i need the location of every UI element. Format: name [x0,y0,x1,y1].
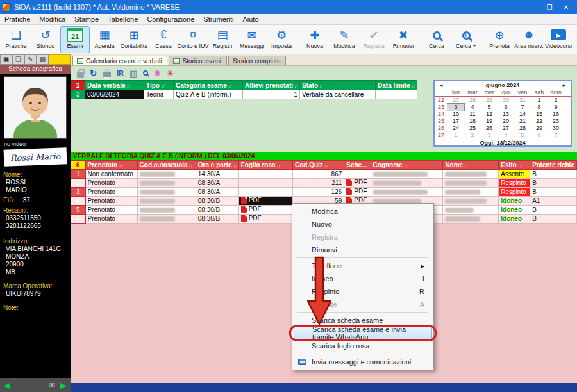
cell-esito[interactable]: Idoneo [499,206,530,215]
calendar-day[interactable]: 6 [531,132,548,139]
cell-prenotato[interactable]: Prenotato [85,188,137,197]
toolbar-button-modifica[interactable]: ✎ Modifica [330,26,359,53]
column-header-allievi[interactable]: Allievi prenotati↓↑ [243,81,300,90]
toolbar-button-messaggi[interactable]: ✉ Messaggi [237,26,267,53]
context-menu-item-modifica[interactable]: Modifica [294,205,432,218]
calendar-prev-icon[interactable]: ◄ [439,83,444,88]
grid-icon[interactable]: ▤ [37,54,49,65]
toolbar-button-nuova[interactable]: ✚ Nuova [300,26,330,53]
cell-prenotato[interactable]: Prenotato [85,197,137,206]
toolbar-button-registri[interactable]: ▤ Registri [208,26,237,53]
sort-icon[interactable]: ↓↑ [412,84,415,88]
calendar-day[interactable]: 5 [514,132,531,139]
calendar-day[interactable]: 5 [481,104,498,111]
calendar-day[interactable]: 28 [514,125,531,132]
cell-patente[interactable]: B [530,179,577,188]
sort-icon[interactable]: ↓↑ [119,163,122,168]
calendar-day[interactable]: 19 [481,118,498,125]
context-menu-item-tabellone[interactable]: Tabellone▸ [294,259,432,272]
cell-prenotato[interactable]: Prenotato [85,179,137,188]
calendar-day[interactable]: 21 [514,118,531,125]
tab-storico-esami[interactable]: Storico esami [169,56,227,65]
column-header-prenotato[interactable]: Prenotato↓↑ [85,161,137,170]
toolbar-button-esami[interactable]: 21 Esami [60,26,90,53]
cell-nome[interactable] [443,197,499,206]
cell-nome[interactable] [443,215,499,224]
column-header-stato[interactable]: Stato↓↑ [300,81,376,90]
calendar-day[interactable]: 13 [498,111,514,118]
cell-scheda[interactable] [344,170,371,179]
cell-tipo[interactable]: Teoria [144,90,174,99]
calendar-day[interactable]: 30 [498,97,514,104]
calendar-day[interactable]: 23 [548,118,564,125]
calendar-day[interactable]: 6 [498,104,514,111]
calendar-day[interactable]: 18 [464,118,481,125]
cell-esito[interactable]: Idoneo [499,215,530,224]
toolbar-button-rimuovi[interactable]: ✖ Rimuovi [389,26,418,53]
calendar-today-label[interactable]: Oggi: 13/12/2024 [435,139,571,146]
cell-cod-autoscuola[interactable] [137,188,196,197]
context-menu-item-nuovo[interactable]: Nuovo [294,218,432,231]
student-row[interactable]: 2 Prenotato 08:30/A 211 PDF Respinto B [71,179,577,188]
calendar-day[interactable]: 8 [531,104,548,111]
column-header-cod-quiz[interactable]: Cod.Quiz↓↑ [292,161,344,170]
copy-icon[interactable]: ❏ [12,54,24,65]
calendar-day[interactable]: 1 [447,132,464,139]
mail-icon[interactable]: ✉ [49,381,55,389]
maximize-button[interactable]: ❐ [541,4,558,11]
calendar-day[interactable]: 2 [464,132,481,139]
print-icon[interactable] [103,72,111,77]
toolbar-button-conto-iuv[interactable]: ¤ Conto e IUV [178,26,208,53]
cell-data-verbale[interactable]: 03/06/2024 [85,90,144,99]
cell-nome[interactable] [443,188,499,197]
sort-icon[interactable]: ↓↑ [324,163,328,168]
column-header-foglio-rosa[interactable]: Foglio rosa↓↑ [238,161,292,170]
context-menu-item-rimuovi[interactable]: Rimuovi [294,243,432,256]
cell-patente[interactable]: B [530,188,577,197]
cell-nome[interactable] [443,206,499,215]
cell-ora-parte[interactable]: 08:30/A [196,188,238,197]
cell-cod-autoscuola[interactable] [137,179,196,188]
calendar-day[interactable]: 26 [481,125,498,132]
cell-foglio-rosa[interactable] [238,188,292,197]
flower-icon[interactable]: ✱ [154,69,161,78]
context-menu-item-scarica-scheda[interactable]: Scarica scheda esame [294,314,432,327]
cell-scheda[interactable]: PDF [344,179,371,188]
sort-icon[interactable]: ↓↑ [161,84,164,88]
calendar-day[interactable]: 14 [514,111,531,118]
calendar-day[interactable]: 1 [531,97,548,104]
cell-cod-autoscuola[interactable] [137,170,196,179]
cell-scheda[interactable]: PDF [344,188,371,197]
cell-categoria[interactable]: Quiz A e B (inform.) [174,90,243,99]
context-menu-item-idoneo[interactable]: IdoneoI [294,272,432,285]
calendar-day[interactable]: 28 [464,97,481,104]
toolbar-button-prenota[interactable]: ⊕ Prenota [485,26,514,53]
cell-esito[interactable]: Respinto [499,188,530,197]
sort-icon[interactable]: ↓↑ [464,163,467,168]
calendar-next-icon[interactable]: ► [562,83,567,88]
context-menu-item-scarica-whatsapp[interactable]: Scarica scheda esame e invia tramite Wha… [294,327,432,339]
cell-cod-quiz[interactable]: 211 [292,179,344,188]
cell-patente[interactable]: B [530,170,577,179]
cell-patente[interactable]: B [530,215,577,224]
toolbar-button-storico[interactable]: ↺ Storico [31,26,60,53]
table-row[interactable]: 3 03/06/2024 Teoria Quiz A e B (inform.)… [71,90,417,99]
cell-esito[interactable]: Assente [499,170,530,179]
column-header-data-verbale[interactable]: Data verbale↓↑ [85,81,144,90]
toolbar-button-imposta[interactable]: ⚙ Imposta [267,26,296,53]
asterisk-icon[interactable]: ✳ [167,69,174,78]
calendar-day[interactable]: 15 [531,111,548,118]
column-header-cod-autoscuola[interactable]: Cod.autoscuola↓↑ [137,161,196,170]
menu-aiuto[interactable]: Aiuto [238,15,263,24]
calendar-day[interactable]: 12 [481,111,498,118]
search-icon[interactable] [143,70,148,76]
menu-stampe[interactable]: Stampe [70,15,103,24]
close-button[interactable]: ✕ [558,4,574,11]
cell-cod-autoscuola[interactable] [137,197,196,206]
menu-pratiche[interactable]: Pratiche [0,15,35,24]
cell-ora-parte[interactable]: 08:30/B [196,215,238,224]
calendar-day[interactable]: 27 [447,97,464,104]
cell-prenotato[interactable]: Prenotato [85,215,137,224]
calendar-day[interactable]: 7 [514,104,531,111]
cell-foglio-rosa[interactable] [238,170,292,179]
